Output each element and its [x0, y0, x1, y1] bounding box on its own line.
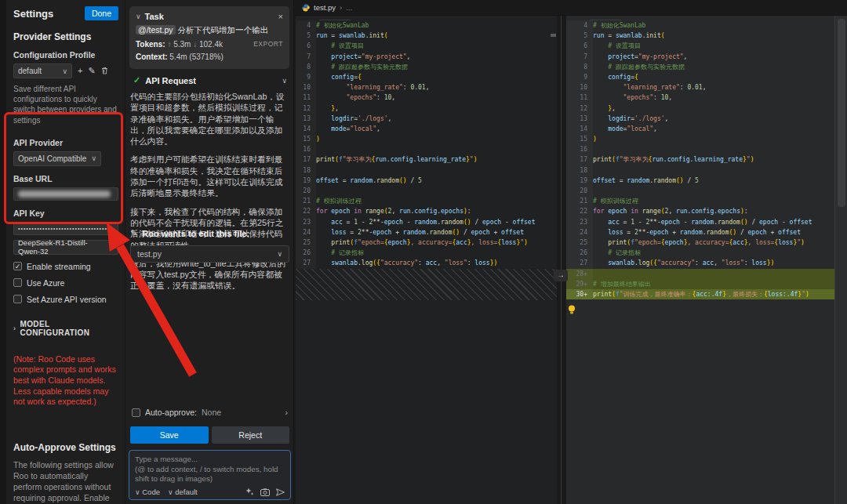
- message-input[interactable]: Type a message... (@ to add context, / t…: [129, 450, 291, 500]
- task-panel: ∨ Task × @/test.py 分析下代码增加一个输出 Tokens: ↑…: [125, 0, 294, 504]
- code-line: 18: [566, 165, 834, 176]
- close-task-icon[interactable]: ×: [278, 12, 283, 21]
- editor-scrollbar[interactable]: [834, 16, 847, 504]
- code-line: 28+: [566, 269, 834, 279]
- code-line: 24 loss = 2**-epoch + random.random() / …: [296, 227, 557, 237]
- enable-streaming-checkbox[interactable]: ✓: [13, 262, 22, 270]
- edit-file-label: Roo wants to edit this file:: [142, 229, 249, 238]
- code-line: 30+print(f"训练完成，最终准确率：{acc:.4f}，最终损失：{lo…: [566, 289, 834, 299]
- use-azure-checkbox[interactable]: [13, 278, 22, 287]
- model-configuration-toggle[interactable]: › MODEL CONFIGURATION: [13, 320, 118, 337]
- send-icon[interactable]: [276, 488, 285, 496]
- code-line: 23 acc = 1 - 2**-epoch - random.random()…: [566, 217, 834, 227]
- code-line: 11 "epochs": 10,: [566, 92, 834, 103]
- provider-settings-heading: Provider Settings: [13, 31, 118, 42]
- code-line: 5run = swanlab.init(: [566, 31, 834, 41]
- file-mention[interactable]: @/test.py: [136, 25, 176, 34]
- python-file-icon: [302, 4, 310, 12]
- task-title: Task: [145, 12, 274, 21]
- set-azure-version-checkbox[interactable]: [13, 295, 22, 303]
- breadcrumb-more: ...: [346, 3, 352, 12]
- code-line: 22for epoch in range(2, run.config.epoch…: [296, 206, 557, 216]
- auto-approve-row[interactable]: Auto-approve: None ›: [132, 408, 288, 417]
- code-line: 17print(f"学习率为{run.config.learning_rate}…: [296, 154, 557, 165]
- deleted-region-hatch: [296, 269, 557, 300]
- code-line: 21# 模拟训练过程: [296, 196, 557, 206]
- api-key-input[interactable]: ••••••••••••••••••••••••••••••••••: [13, 222, 118, 235]
- diff-modified-pane[interactable]: 4# 初始化SwanLab5run = swanlab.init(6 # 设置项…: [566, 16, 834, 504]
- code-line: 25 print(f"epoch={epoch}, accuracy={acc}…: [296, 237, 557, 248]
- code-line: 16: [296, 144, 557, 154]
- code-line: 15): [296, 134, 557, 144]
- tokens-down-value: 102.4k: [199, 40, 223, 49]
- code-line: 16: [566, 144, 834, 154]
- code-line: 22for epoch in range(2, run.config.epoch…: [566, 206, 834, 216]
- chevron-down-icon: ∨: [282, 77, 287, 85]
- screenshot-icon[interactable]: [260, 488, 270, 496]
- api-provider-label: API Provider: [13, 138, 118, 147]
- auto-approve-label: Auto-approve:: [145, 408, 197, 417]
- code-line: 6 # 设置项目: [566, 41, 834, 51]
- done-button[interactable]: Done: [85, 6, 118, 20]
- profile-select[interactable]: ∨ default: [168, 488, 198, 496]
- enhance-prompt-icon[interactable]: [245, 488, 254, 496]
- tokens-up-value: 5.3m: [173, 40, 191, 49]
- mode-select[interactable]: ∨ Code: [135, 488, 160, 496]
- context-label: Context:: [136, 53, 168, 61]
- composer-placeholder: Type a message... (@ to add context, / t…: [135, 455, 285, 484]
- arrow-up-icon: ↑: [167, 40, 171, 49]
- api-provider-select[interactable]: OpenAI Compatible ∨: [13, 151, 101, 166]
- chevron-down-icon: ∨: [91, 154, 96, 162]
- breadcrumb[interactable]: test.py › ...: [294, 0, 847, 16]
- left-pane-scrollbar[interactable]: [551, 34, 556, 37]
- code-line: 21# 模拟训练过程: [566, 196, 834, 206]
- apply-change-arrow-button[interactable]: →: [554, 270, 568, 281]
- code-line: 27 swanlab.log({"accuracy": acc, "loss":…: [296, 258, 557, 268]
- auto-approve-checkbox[interactable]: [132, 408, 140, 417]
- code-line: 4# 初始化SwanLab: [566, 20, 834, 31]
- configuration-profile-select[interactable]: default ∨: [13, 63, 72, 78]
- edit-file-dropdown[interactable]: test.py ∨: [130, 245, 289, 263]
- redacted-value: [18, 190, 111, 198]
- save-button[interactable]: Save: [130, 426, 209, 444]
- code-line: 9 config={: [296, 72, 557, 82]
- code-editor: test.py › ... 4# 初始化SwanLab5run = swanla…: [294, 0, 847, 504]
- base-url-input[interactable]: [13, 187, 118, 201]
- code-line: 24 loss = 2**-epoch + random.random() / …: [566, 227, 834, 237]
- breadcrumb-file: test.py: [314, 3, 336, 12]
- api-request-row[interactable]: ✓ API Request ∨: [133, 75, 287, 85]
- export-button[interactable]: EXPORT: [253, 40, 283, 48]
- code-line: 19offset = random.random() / 5: [296, 176, 557, 186]
- assistant-paragraph: 最后，我使用write_to_file工具将修改后的内容写入test.py文件，…: [130, 258, 289, 292]
- diff-divider: →: [557, 16, 566, 504]
- code-line: 26 # 记录指标: [296, 248, 557, 258]
- clipped-code-line: [296, 16, 557, 20]
- assistant-paragraph: 考虑到用户可能希望在训练结束时看到最终的准确率和损失，我决定在循环结束后添加一个…: [130, 154, 289, 198]
- app-window: Settings Done Provider Settings Configur…: [0, 0, 847, 504]
- code-line: 15): [566, 134, 834, 144]
- chevron-down-icon: ∨: [135, 488, 140, 496]
- model-chip[interactable]: DeepSeek-R1-Distill-Qwen-32 ×: [13, 240, 118, 255]
- code-line: 18: [296, 165, 557, 176]
- arrow-down-icon: ↓: [193, 40, 197, 49]
- edit-profile-button[interactable]: ✎: [88, 67, 95, 75]
- diff-original-pane[interactable]: 4# 初始化SwanLab5run = swanlab.init(6 # 设置项…: [296, 16, 557, 504]
- assistant-paragraph: 代码的主要部分包括初始化SwanLab，设置项目和超参数，然后模拟训练过程，记录…: [130, 91, 289, 147]
- remove-model-icon[interactable]: ×: [109, 243, 114, 252]
- code-line: 29+# 增加最终结果输出: [566, 279, 834, 289]
- model-note: (Note: Roo Code uses complex prompts and…: [13, 354, 118, 408]
- lightbulb-icon[interactable]: [568, 305, 576, 315]
- collapse-task-icon[interactable]: ∨: [136, 13, 141, 20]
- add-profile-button[interactable]: +: [78, 67, 82, 75]
- pencil-icon: ✎: [130, 228, 137, 238]
- code-line: 4# 初始化SwanLab: [296, 20, 557, 31]
- code-line: 14 mode="local",: [296, 124, 557, 134]
- reject-button[interactable]: Reject: [212, 426, 290, 444]
- code-line: 10 "learning_rate": 0.01,: [566, 82, 834, 92]
- code-line: 20: [566, 186, 834, 196]
- code-line: 10 "learning_rate": 0.01,: [296, 82, 557, 92]
- code-line: 7 project="my-project",: [566, 52, 834, 62]
- delete-profile-button[interactable]: [101, 67, 108, 76]
- chevron-right-icon: ›: [285, 408, 289, 417]
- task-text: @/test.py 分析下代码增加一个输出: [136, 25, 283, 36]
